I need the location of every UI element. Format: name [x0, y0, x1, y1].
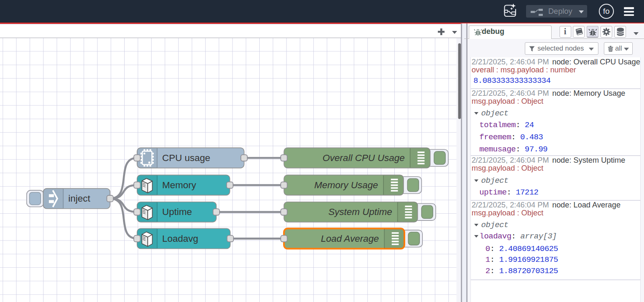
svg-text:Overall CPU Usage: Overall CPU Usage	[322, 153, 404, 163]
svg-text:CPU usage: CPU usage	[162, 153, 210, 163]
svg-text:Memory Usage: Memory Usage	[314, 180, 378, 190]
svg-text:Memory: Memory	[162, 180, 197, 190]
svg-text:Loadavg: Loadavg	[162, 233, 198, 244]
svg-text:Uptime: Uptime	[162, 207, 192, 217]
svg-text:System Uptime: System Uptime	[328, 207, 392, 217]
svg-text:inject: inject	[68, 193, 90, 204]
svg-text:Load Average: Load Average	[321, 233, 379, 244]
